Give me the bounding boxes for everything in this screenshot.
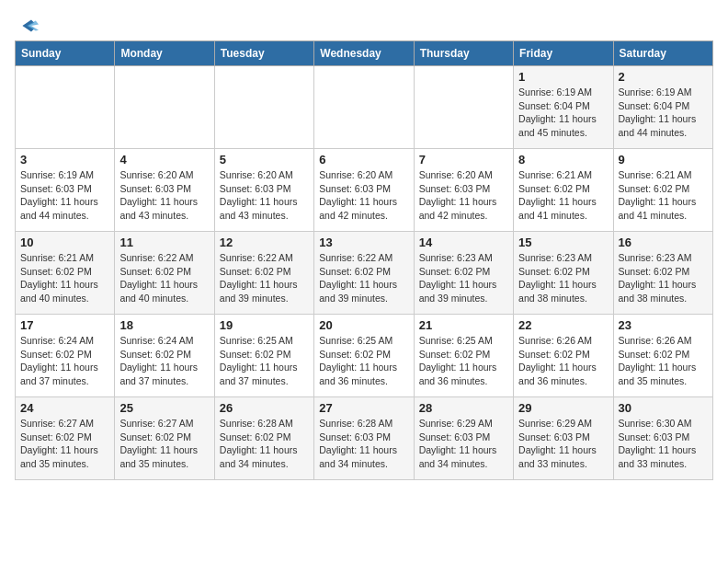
calendar-cell: 21Sunrise: 6:25 AMSunset: 6:02 PMDayligh…: [414, 315, 513, 397]
calendar-cell: 30Sunrise: 6:30 AMSunset: 6:03 PMDayligh…: [613, 397, 712, 480]
weekday-header-cell: Tuesday: [214, 41, 313, 66]
calendar-cell: 16Sunrise: 6:23 AMSunset: 6:02 PMDayligh…: [613, 232, 712, 315]
day-info: Sunrise: 6:27 AMSunset: 6:02 PMDaylight:…: [119, 417, 209, 471]
day-info: Sunrise: 6:20 AMSunset: 6:03 PMDaylight:…: [119, 168, 209, 223]
calendar-cell: 11Sunrise: 6:22 AMSunset: 6:02 PMDayligh…: [115, 232, 214, 315]
calendar-cell: 23Sunrise: 6:26 AMSunset: 6:02 PMDayligh…: [613, 315, 712, 397]
calendar-body: 1Sunrise: 6:19 AMSunset: 6:04 PMDaylight…: [16, 66, 713, 480]
calendar-cell: 8Sunrise: 6:21 AMSunset: 6:02 PMDaylight…: [514, 149, 613, 232]
weekday-header-cell: Wednesday: [314, 41, 414, 66]
calendar-cell: 27Sunrise: 6:28 AMSunset: 6:03 PMDayligh…: [314, 397, 414, 480]
calendar-cell: [414, 66, 513, 149]
day-number: 12: [220, 236, 309, 249]
day-info: Sunrise: 6:28 AMSunset: 6:02 PMDaylight:…: [220, 417, 309, 471]
calendar-week-row: 10Sunrise: 6:21 AMSunset: 6:02 PMDayligh…: [16, 232, 713, 315]
day-info: Sunrise: 6:29 AMSunset: 6:03 PMDaylight:…: [518, 417, 608, 471]
calendar-cell: 12Sunrise: 6:22 AMSunset: 6:02 PMDayligh…: [214, 232, 313, 315]
calendar-week-row: 24Sunrise: 6:27 AMSunset: 6:02 PMDayligh…: [16, 397, 713, 480]
calendar-cell: 13Sunrise: 6:22 AMSunset: 6:02 PMDayligh…: [314, 232, 414, 315]
header: [15, 15, 713, 31]
day-info: Sunrise: 6:23 AMSunset: 6:02 PMDaylight:…: [619, 251, 708, 305]
day-info: Sunrise: 6:22 AMSunset: 6:02 PMDaylight:…: [319, 251, 408, 305]
day-info: Sunrise: 6:24 AMSunset: 6:02 PMDaylight:…: [20, 334, 109, 388]
calendar-cell: 17Sunrise: 6:24 AMSunset: 6:02 PMDayligh…: [16, 315, 115, 397]
calendar-cell: 9Sunrise: 6:21 AMSunset: 6:02 PMDaylight…: [613, 149, 712, 232]
day-number: 20: [319, 318, 408, 332]
calendar-cell: 2Sunrise: 6:19 AMSunset: 6:04 PMDaylight…: [613, 66, 712, 149]
day-info: Sunrise: 6:19 AMSunset: 6:04 PMDaylight:…: [518, 86, 608, 140]
day-number: 16: [619, 236, 708, 249]
day-info: Sunrise: 6:26 AMSunset: 6:02 PMDaylight:…: [619, 334, 708, 388]
calendar-cell: 4Sunrise: 6:20 AMSunset: 6:03 PMDaylight…: [115, 149, 214, 232]
day-info: Sunrise: 6:20 AMSunset: 6:03 PMDaylight:…: [419, 168, 508, 223]
day-number: 3: [20, 153, 109, 167]
logo: [15, 15, 39, 31]
day-number: 28: [419, 401, 508, 415]
calendar-cell: [314, 66, 414, 149]
day-number: 26: [220, 401, 309, 415]
day-number: 19: [220, 318, 309, 332]
day-number: 4: [119, 153, 209, 167]
logo-bird-icon: [17, 15, 39, 37]
day-number: 17: [20, 318, 109, 332]
calendar-cell: 14Sunrise: 6:23 AMSunset: 6:02 PMDayligh…: [414, 232, 513, 315]
day-info: Sunrise: 6:20 AMSunset: 6:03 PMDaylight:…: [319, 168, 408, 223]
day-info: Sunrise: 6:21 AMSunset: 6:02 PMDaylight:…: [619, 168, 708, 223]
weekday-header-cell: Thursday: [414, 41, 513, 66]
calendar-cell: 7Sunrise: 6:20 AMSunset: 6:03 PMDaylight…: [414, 149, 513, 232]
day-info: Sunrise: 6:26 AMSunset: 6:02 PMDaylight:…: [518, 334, 608, 388]
weekday-header-row: SundayMondayTuesdayWednesdayThursdayFrid…: [16, 41, 713, 66]
day-number: 8: [518, 153, 608, 167]
day-number: 21: [419, 318, 508, 332]
day-number: 22: [518, 318, 608, 332]
calendar-cell: 19Sunrise: 6:25 AMSunset: 6:02 PMDayligh…: [214, 315, 313, 397]
calendar-cell: 6Sunrise: 6:20 AMSunset: 6:03 PMDaylight…: [314, 149, 414, 232]
calendar-cell: 25Sunrise: 6:27 AMSunset: 6:02 PMDayligh…: [115, 397, 214, 480]
calendar-cell: 20Sunrise: 6:25 AMSunset: 6:02 PMDayligh…: [314, 315, 414, 397]
calendar-cell: [214, 66, 313, 149]
day-info: Sunrise: 6:24 AMSunset: 6:02 PMDaylight:…: [119, 334, 209, 388]
day-info: Sunrise: 6:19 AMSunset: 6:03 PMDaylight:…: [20, 168, 109, 223]
calendar-cell: 5Sunrise: 6:20 AMSunset: 6:03 PMDaylight…: [214, 149, 313, 232]
day-number: 23: [619, 318, 708, 332]
day-number: 11: [119, 236, 209, 249]
calendar-cell: 18Sunrise: 6:24 AMSunset: 6:02 PMDayligh…: [115, 315, 214, 397]
day-number: 9: [619, 153, 708, 167]
calendar-cell: 26Sunrise: 6:28 AMSunset: 6:02 PMDayligh…: [214, 397, 313, 480]
day-number: 13: [319, 236, 408, 249]
day-number: 14: [419, 236, 508, 249]
calendar-cell: 24Sunrise: 6:27 AMSunset: 6:02 PMDayligh…: [16, 397, 115, 480]
day-number: 1: [518, 70, 608, 84]
calendar-cell: [16, 66, 115, 149]
calendar-cell: 29Sunrise: 6:29 AMSunset: 6:03 PMDayligh…: [514, 397, 613, 480]
day-info: Sunrise: 6:25 AMSunset: 6:02 PMDaylight:…: [419, 334, 508, 388]
day-info: Sunrise: 6:21 AMSunset: 6:02 PMDaylight:…: [20, 251, 109, 305]
day-number: 29: [518, 401, 608, 415]
weekday-header-cell: Monday: [115, 41, 214, 66]
day-info: Sunrise: 6:23 AMSunset: 6:02 PMDaylight:…: [419, 251, 508, 305]
weekday-header-cell: Sunday: [16, 41, 115, 66]
day-info: Sunrise: 6:20 AMSunset: 6:03 PMDaylight:…: [220, 168, 309, 223]
day-number: 27: [319, 401, 408, 415]
day-number: 10: [20, 236, 109, 249]
day-info: Sunrise: 6:23 AMSunset: 6:02 PMDaylight:…: [518, 251, 608, 305]
day-number: 7: [419, 153, 508, 167]
day-info: Sunrise: 6:28 AMSunset: 6:03 PMDaylight:…: [319, 417, 408, 471]
day-number: 2: [619, 70, 708, 84]
day-info: Sunrise: 6:27 AMSunset: 6:02 PMDaylight:…: [20, 417, 109, 471]
day-number: 5: [220, 153, 309, 167]
day-info: Sunrise: 6:25 AMSunset: 6:02 PMDaylight:…: [220, 334, 309, 388]
calendar-week-row: 17Sunrise: 6:24 AMSunset: 6:02 PMDayligh…: [16, 315, 713, 397]
calendar-cell: [115, 66, 214, 149]
day-number: 15: [518, 236, 608, 249]
day-number: 18: [119, 318, 209, 332]
day-info: Sunrise: 6:19 AMSunset: 6:04 PMDaylight:…: [619, 86, 708, 140]
calendar-cell: 22Sunrise: 6:26 AMSunset: 6:02 PMDayligh…: [514, 315, 613, 397]
day-number: 30: [619, 401, 708, 415]
weekday-header-cell: Friday: [514, 41, 613, 66]
calendar-cell: 28Sunrise: 6:29 AMSunset: 6:03 PMDayligh…: [414, 397, 513, 480]
day-info: Sunrise: 6:30 AMSunset: 6:03 PMDaylight:…: [619, 417, 708, 471]
day-number: 25: [119, 401, 209, 415]
calendar-cell: 3Sunrise: 6:19 AMSunset: 6:03 PMDaylight…: [16, 149, 115, 232]
calendar-week-row: 3Sunrise: 6:19 AMSunset: 6:03 PMDaylight…: [16, 149, 713, 232]
